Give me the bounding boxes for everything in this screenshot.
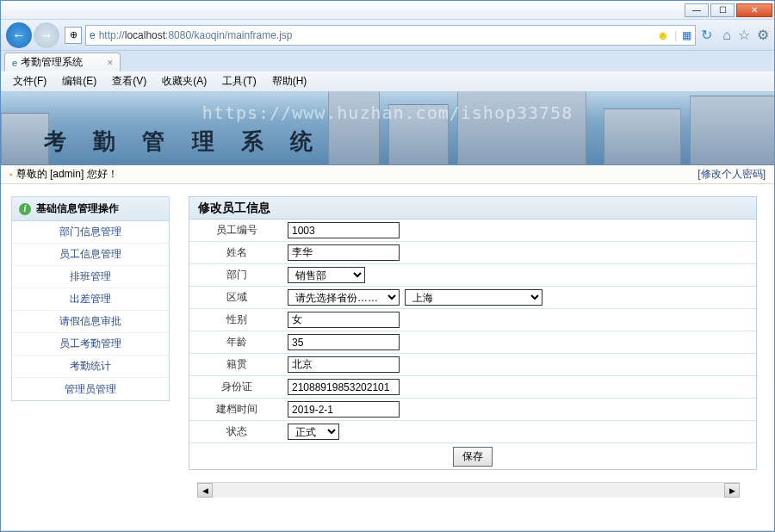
bullet-icon: ▪ (9, 170, 13, 179)
forward-button[interactable]: → (34, 22, 59, 48)
select-status[interactable]: 正式 (288, 424, 339, 440)
input-age[interactable] (288, 334, 400, 350)
home-icon[interactable]: ⌂ (722, 28, 731, 43)
select-province[interactable]: 请先选择省份…… (288, 289, 400, 306)
minimize-button[interactable]: — (685, 3, 709, 17)
label-emp-no: 员工编号 (189, 223, 284, 238)
greeting-text: 尊敬的 [admin] 您好！ (16, 167, 118, 182)
maximize-button[interactable]: ☐ (710, 3, 735, 17)
menu-file[interactable]: 文件(F) (6, 71, 53, 91)
scroll-left-icon[interactable]: ◀ (197, 483, 213, 498)
window-titlebar: — ☐ ✕ (1, 1, 774, 20)
sidebar-item-leave[interactable]: 请假信息审批 (12, 311, 169, 333)
employee-form: 修改员工信息 员工编号 姓名 部门 销售部 区域 请先选择省份…… 上海 (189, 196, 757, 470)
favorites-icon[interactable]: ☆ (738, 27, 750, 43)
sidebar-item-employee[interactable]: 员工信息管理 (12, 244, 169, 266)
tab-bar: e 考勤管理系统 × (1, 51, 774, 71)
back-button[interactable]: ← (6, 22, 32, 48)
scroll-right-icon[interactable]: ▶ (724, 483, 740, 498)
url-text: http://localhost:8080/kaoqin/mainframe.j… (99, 29, 657, 41)
content-area: 修改员工信息 员工编号 姓名 部门 销售部 区域 请先选择省份…… 上海 (180, 184, 774, 530)
menu-favorites[interactable]: 收藏夹(A) (155, 71, 214, 91)
settings-icon[interactable]: ⚙ (757, 27, 769, 43)
sidebar-header-label: 基础信息管理操作 (36, 201, 119, 216)
tab-close-icon[interactable]: × (107, 57, 113, 69)
tab-title: 考勤管理系统 (21, 55, 83, 70)
select-city[interactable]: 上海 (405, 289, 542, 306)
change-password-link[interactable]: [修改个人密码] (698, 167, 766, 182)
security-shield-icon[interactable]: ⊕ (65, 27, 82, 44)
input-emp-no[interactable] (288, 222, 400, 238)
label-age: 年龄 (189, 335, 284, 350)
info-icon: i (19, 203, 31, 215)
menu-bar: 文件(F) 编辑(E) 查看(V) 收藏夹(A) 工具(T) 帮助(H) (1, 71, 774, 92)
browser-tab[interactable]: e 考勤管理系统 × (4, 53, 121, 71)
refresh-icon[interactable]: ↻ (701, 27, 712, 43)
menu-edit[interactable]: 编辑(E) (55, 71, 103, 91)
app-banner: https://www.huzhan.com/ishop33758 考 勤 管 … (1, 92, 774, 165)
watermark-text: https://www.huzhan.com/ishop33758 (202, 102, 573, 123)
menu-tools[interactable]: 工具(T) (215, 71, 263, 91)
main-content: i 基础信息管理操作 部门信息管理 员工信息管理 排班管理 出差管理 请假信息审… (1, 184, 774, 530)
sidebar-item-travel[interactable]: 出差管理 (12, 288, 169, 311)
input-id-card[interactable] (288, 379, 400, 395)
address-bar[interactable]: e http://localhost:8080/kaoqin/mainframe… (85, 25, 696, 46)
horizontal-scrollbar[interactable]: ◀ ▶ (197, 482, 740, 498)
input-gender[interactable] (288, 312, 400, 328)
sidebar-item-schedule[interactable]: 排班管理 (12, 266, 169, 288)
form-title: 修改员工信息 (189, 197, 756, 220)
label-id-card: 身份证 (189, 380, 284, 394)
input-hometown[interactable] (288, 356, 400, 373)
label-dept: 部门 (189, 268, 284, 282)
sidebar-item-admin[interactable]: 管理员管理 (12, 378, 169, 400)
label-name: 姓名 (189, 245, 284, 260)
sidebar-item-attendance[interactable]: 员工考勤管理 (12, 333, 169, 356)
ie-favicon-icon: e (90, 29, 96, 41)
label-hometown: 籍贯 (189, 357, 284, 372)
menu-view[interactable]: 查看(V) (105, 71, 153, 91)
sidebar: i 基础信息管理操作 部门信息管理 员工信息管理 排班管理 出差管理 请假信息审… (1, 184, 180, 530)
menu-help[interactable]: 帮助(H) (265, 71, 314, 91)
sidebar-item-stats[interactable]: 考勤统计 (12, 356, 169, 378)
greeting-bar: ▪ 尊敬的 [admin] 您好！ [修改个人密码] (1, 165, 774, 184)
label-status: 状态 (189, 424, 284, 439)
input-name[interactable] (288, 244, 400, 261)
select-dept[interactable]: 销售部 (288, 267, 365, 283)
sidebar-header: i 基础信息管理操作 (12, 197, 169, 221)
label-created: 建档时间 (189, 402, 284, 417)
app-title: 考 勤 管 理 系 统 (44, 127, 323, 157)
input-created[interactable] (288, 401, 400, 418)
compat-icon[interactable]: ▦ (682, 29, 691, 41)
ie-favicon-icon: e (12, 58, 17, 68)
smiley-icon: ☻ (656, 28, 669, 42)
save-button[interactable]: 保存 (453, 447, 493, 467)
browser-navbar: ← → ⊕ e http://localhost:8080/kaoqin/mai… (1, 20, 774, 51)
label-gender: 性别 (189, 312, 284, 327)
sidebar-item-dept[interactable]: 部门信息管理 (12, 221, 169, 244)
label-region: 区域 (189, 290, 284, 305)
close-button[interactable]: ✕ (736, 3, 772, 17)
